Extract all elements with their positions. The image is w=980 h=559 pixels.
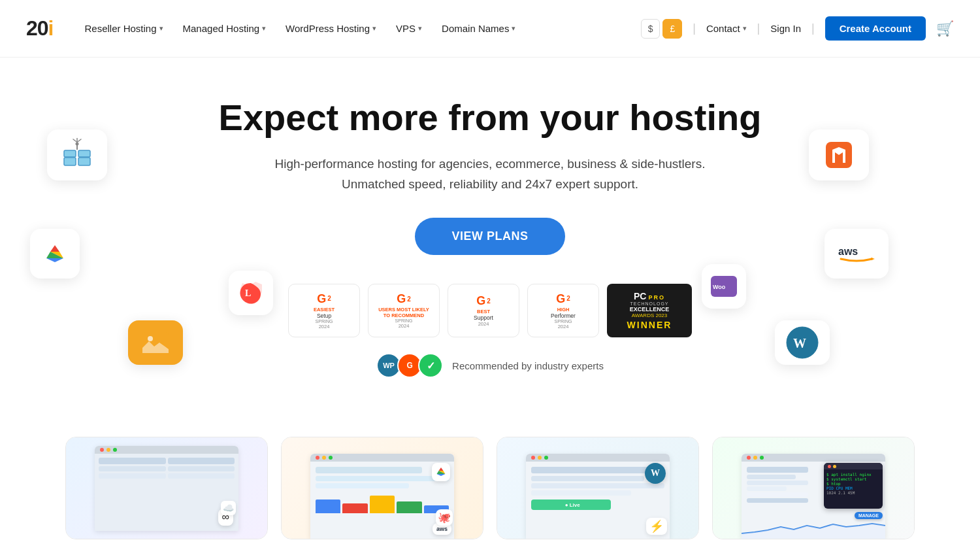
logo[interactable]: 20i <box>26 16 53 41</box>
currency-gbp-button[interactable]: £ <box>662 19 682 39</box>
cart-icon[interactable]: 🛒 <box>936 20 954 37</box>
recommended-text: Recommended by industry experts <box>452 360 604 371</box>
badge-easiest-setup: G 2 Easiest Setup SPRING 2024 <box>288 284 360 337</box>
create-account-button[interactable]: Create Account <box>825 16 926 41</box>
signin-link[interactable]: Sign In <box>770 23 801 34</box>
svg-text:aws: aws <box>838 246 858 257</box>
chevron-down-icon: ▾ <box>512 24 515 33</box>
card-vps-terminal[interactable]: $ apt install nginx $ systemctl start $ … <box>712 437 915 539</box>
gcp-cloud-icon <box>30 229 80 279</box>
nav-divider: | <box>693 22 696 35</box>
nav-links: Reseller Hosting ▾ Managed Hosting ▾ Wor… <box>76 18 523 39</box>
contact-menu[interactable]: Contact ▾ <box>706 23 747 34</box>
currency-usd-button[interactable]: $ <box>641 19 661 39</box>
nav-vps[interactable]: VPS ▾ <box>388 18 430 39</box>
bottom-cards-row: ∞ ☁️ <box>0 437 980 559</box>
nav-left: 20i Reseller Hosting ▾ Managed Hosting ▾… <box>26 16 523 41</box>
card-wordpress-hosting[interactable]: ● Live W ⚡ <box>497 437 699 539</box>
woocommerce-icon: Woo <box>702 264 746 309</box>
nav-domain-names[interactable]: Domain Names ▾ <box>434 18 523 39</box>
svg-marker-15 <box>871 258 875 260</box>
aws-icon: aws <box>825 229 889 279</box>
svg-line-7 <box>77 139 81 143</box>
view-plans-button[interactable]: VIEW PLANS <box>415 218 564 255</box>
svg-point-12 <box>148 336 153 341</box>
hero-subheadline: High-performance hosting for agencies, e… <box>261 154 719 194</box>
magento-icon <box>809 129 869 180</box>
badge-high-performer: G 2 High Performer SPRING 2024 <box>527 284 599 337</box>
badge-users-recommend: G 2 Users Most Likely To Recommend SPRIN… <box>368 284 440 337</box>
nav-managed-hosting[interactable]: Managed Hosting ▾ <box>175 18 274 39</box>
hero-section: L aws Woo <box>0 58 980 437</box>
nav-wordpress-hosting[interactable]: WordPress Hosting ▾ <box>278 18 384 39</box>
nav-divider3: | <box>811 22 815 35</box>
wordpress-icon: W <box>775 320 830 365</box>
chevron-down-icon: ▾ <box>418 24 422 33</box>
svg-rect-3 <box>78 150 90 157</box>
nav-divider2: | <box>757 22 760 35</box>
chevron-down-icon: ▾ <box>159 24 163 33</box>
rec-check-icon: ✓ <box>418 353 443 378</box>
logo-i: i <box>48 16 54 40</box>
card-reseller[interactable]: ∞ ☁️ <box>65 437 268 539</box>
laravel-icon: L <box>229 271 273 315</box>
currency-switcher: $ £ <box>641 19 683 39</box>
badge-pcpro-award: PC PRO TECHNOLOGY EXCELLENCE AWARDS 2023… <box>607 284 692 337</box>
chevron-down-icon: ▾ <box>743 24 747 33</box>
chevron-down-icon: ▾ <box>262 24 266 33</box>
chevron-down-icon: ▾ <box>372 24 376 33</box>
card-cloud-vps[interactable]: aws 🐙 <box>281 437 483 539</box>
main-nav: 20i Reseller Hosting ▾ Managed Hosting ▾… <box>0 0 980 58</box>
badge-best-support: G 2 Best Support 2024 <box>448 284 519 337</box>
svg-line-6 <box>73 139 77 143</box>
windmill-icon <box>47 129 107 180</box>
svg-rect-2 <box>78 158 90 165</box>
hero-headline: Expect more from your hosting <box>196 97 784 139</box>
nav-reseller-hosting[interactable]: Reseller Hosting ▾ <box>76 18 171 39</box>
logo-20: 20 <box>26 16 48 40</box>
svg-rect-1 <box>64 150 76 157</box>
image-placeholder-icon <box>128 320 183 365</box>
svg-text:L: L <box>245 288 251 298</box>
rec-icons-group: WP G ✓ <box>376 353 443 378</box>
svg-rect-0 <box>64 158 76 165</box>
svg-text:W: W <box>793 336 806 350</box>
svg-text:Woo: Woo <box>713 284 726 290</box>
nav-right: $ £ | Contact ▾ | Sign In | Create Accou… <box>641 16 954 41</box>
